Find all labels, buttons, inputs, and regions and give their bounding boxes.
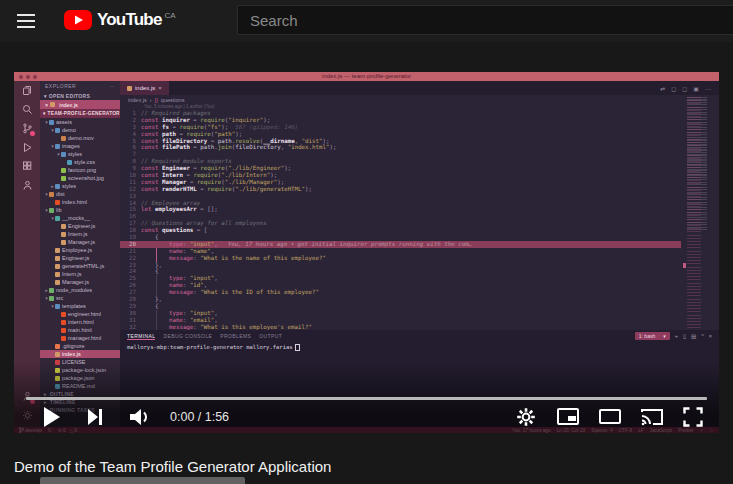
- code-line-2: 2const inquirer = require("inquirer");: [120, 117, 681, 124]
- code-area: 1// Required packages2const inquirer = r…: [120, 110, 681, 330]
- next-button[interactable]: [88, 409, 103, 425]
- file-icon: [61, 328, 66, 333]
- logo-text: YouTube: [97, 10, 162, 30]
- code-line-11: 11const Manager = require("./lib/Manager…: [120, 179, 681, 186]
- editor-action-icon: ⋯: [705, 85, 711, 92]
- code-line-15: 15let employeesArr = [];: [120, 206, 681, 213]
- file-icon: [61, 224, 66, 229]
- close-icon: ×: [45, 102, 48, 108]
- explorer-icon: [14, 81, 40, 100]
- code-line-30: 30 type: "input",: [120, 310, 681, 317]
- search-input[interactable]: [237, 5, 733, 35]
- editor-tab-bar: index.js × ⇄◻◻▣⋯: [120, 81, 719, 95]
- theater-mode-button[interactable]: [599, 409, 621, 424]
- file-icon: [61, 168, 66, 173]
- code-line-16: 16: [120, 213, 681, 220]
- tree-item-assets: ▾assets: [40, 118, 120, 126]
- code-line-3: 3const fs = require("fs"); 587 (gzipped:…: [120, 124, 681, 131]
- file-icon: [55, 352, 60, 357]
- code-line-22: 22 message: "What is the name of this em…: [120, 255, 681, 262]
- code-line-27: 27 message: "What is the ID of this empl…: [120, 289, 681, 296]
- tree-item-favicon.png: favicon.png: [40, 166, 120, 174]
- code-line-6: 6const filePath = path.join(fileDirector…: [120, 144, 681, 151]
- search-icon: [14, 100, 40, 119]
- panel-tab-output: OUTPUT: [259, 333, 282, 340]
- fullscreen-button[interactable]: [683, 407, 703, 427]
- open-editor-item: × index.js: [40, 100, 120, 109]
- youtube-play-icon: [64, 10, 92, 30]
- tree-item-Manager.js: Manager.js: [40, 238, 120, 246]
- editor-action-icon: ◻: [671, 85, 676, 92]
- menu-button[interactable]: [17, 14, 35, 28]
- code-line-23: 23 },: [120, 262, 681, 269]
- project-folder-label: TEAM-PROFILE-GENERATOR: [48, 111, 120, 116]
- file-icon: [67, 160, 72, 165]
- terminal-actions: 1: bash ▾ + ▯ ▤ ^ ×: [635, 332, 712, 340]
- tree-item-Engineer.js: Engineer.js: [40, 254, 120, 262]
- play-button[interactable]: [44, 407, 60, 427]
- panel-tab-terminal: TERMINAL: [127, 333, 155, 340]
- file-icon: [61, 152, 66, 157]
- maximize-panel-icon: ^: [701, 333, 704, 339]
- terminal-prompt: mallorys-mbp:team-profile-generator mall…: [120, 342, 719, 352]
- tree-item-index.js: index.js: [40, 350, 120, 358]
- time-display: 0:00 / 1:56: [170, 410, 229, 424]
- code-line-29: 29 {: [120, 303, 681, 310]
- file-icon: [49, 208, 54, 213]
- code-line-21: 21 name: "name",: [120, 248, 681, 255]
- tree-item-index.html: index.html: [40, 198, 120, 206]
- tree-item-src: ▾src: [40, 294, 120, 302]
- volume-button[interactable]: [129, 407, 152, 427]
- extensions-icon: [14, 157, 40, 176]
- tree-item-styles: ▾styles: [40, 150, 120, 158]
- breadcrumb-file: index.js: [128, 97, 147, 103]
- file-icon: [61, 232, 66, 237]
- code-line-26: 26 name: "id",: [120, 282, 681, 289]
- youtube-logo[interactable]: YouTube CA: [64, 10, 176, 30]
- shell-selector: 1: bash ▾: [635, 332, 670, 340]
- tree-item-Intern.js: Intern.js: [40, 270, 120, 278]
- js-file-icon: [127, 86, 132, 91]
- code-line-31: 31 name: "email",: [120, 317, 681, 324]
- vscode-titlebar: index.js — team-profile-generator: [14, 72, 719, 81]
- tree-item-dist: ▾dist: [40, 190, 120, 198]
- code-line-24: 24 {: [120, 268, 681, 275]
- tree-item-Manager.js: Manager.js: [40, 278, 120, 286]
- code-line-20: 20 type: "input",You, 17 hours ago • got…: [120, 241, 681, 248]
- youtube-header: YouTube CA: [0, 0, 733, 42]
- file-icon: [49, 120, 54, 125]
- open-editor-filename: index.js: [59, 102, 78, 108]
- settings-button[interactable]: [515, 406, 537, 428]
- video-player[interactable]: index.js — team-profile-generator: [14, 72, 719, 433]
- scm-badge: [30, 131, 35, 136]
- code-line-28: 28 },: [120, 296, 681, 303]
- file-icon: [55, 200, 60, 205]
- chevron-down-icon: ▾: [44, 93, 47, 99]
- tab-indexjs: index.js ×: [120, 81, 169, 95]
- code-line-14: 14// Employee array: [120, 200, 681, 207]
- file-icon: [55, 304, 60, 309]
- breadcrumb-symbol: questions: [161, 97, 185, 103]
- code-line-17: 17// Questions array for all employees: [120, 220, 681, 227]
- miniplayer-button[interactable]: [557, 408, 579, 425]
- code-line-8: 8// Required module exports: [120, 158, 681, 165]
- explorer-actions-icon: ⋯: [110, 83, 116, 89]
- code-line-5: 5const fileDirectory = path.resolve(__di…: [120, 138, 681, 145]
- metadata-placeholder: [40, 477, 245, 484]
- file-icon: [55, 216, 60, 221]
- code-line-25: 25 type: "input",: [120, 275, 681, 282]
- cast-button[interactable]: [641, 408, 663, 426]
- tree-item-__mocks__: ▾__mocks__: [40, 214, 120, 222]
- panel-tabs: TERMINALDEBUG CONSOLEPROBLEMSOUTPUT: [127, 333, 282, 340]
- editor-action-icons: ⇄◻◻▣⋯: [660, 81, 719, 95]
- file-icon: [55, 344, 60, 349]
- breadcrumb: index.js › {} questions: [120, 95, 719, 104]
- file-icon: [61, 176, 66, 181]
- vscode-window-title: index.js — team-profile-generator: [14, 73, 719, 79]
- tree-item-main.html: main.html: [40, 326, 120, 334]
- file-icon: [55, 264, 60, 269]
- split-terminal-icon: ▯: [683, 333, 686, 339]
- file-icon: [49, 296, 54, 301]
- tree-item-lib: ▾lib: [40, 206, 120, 214]
- code-line-18: 18const questions = [: [120, 227, 681, 234]
